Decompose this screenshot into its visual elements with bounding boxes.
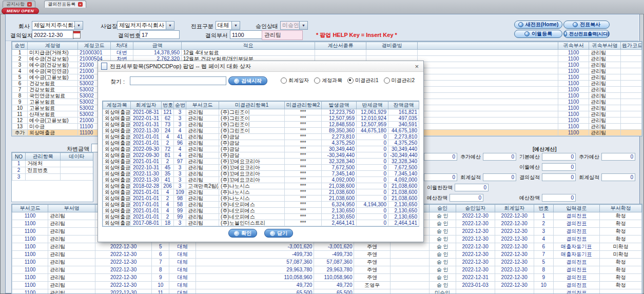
radio-open-item-1[interactable]: 미결관리1 [347,77,379,84]
table-row[interactable]: 외상매출금2021-01-31733관리팀(주)그린조이***12,848,55… [103,122,419,128]
budget-field-value[interactable]: 0 [601,153,635,161]
table-row[interactable]: 외상매출금2021-01-01297관리팀(주)꼬메요코리아***32,328,… [103,159,419,165]
column-header[interactable]: 잔액금액 [388,102,419,109]
column-header[interactable]: 부서코드 [186,102,219,109]
radio-account-subject[interactable]: 계정과목 [314,77,342,84]
budget-field-value[interactable]: 0 [450,194,483,202]
budget-field-value[interactable]: 0 [542,153,576,161]
table-row[interactable]: 외상매출금2022-10-31453관리팀(주)꼬메요코리아***7,672,5… [103,165,419,171]
new-voucher-button[interactable]: 새전표(Home) [514,21,562,29]
column-header[interactable]: 데이타 [61,153,93,161]
table-row[interactable]: 1100관리팀2022-12-305대체-3,001,620-3,001,620… [12,243,642,251]
confirm-button[interactable]: 확인 [228,229,257,238]
table-row[interactable]: 외상매출금2021-01-01299관리팀(주)네오피에스***2,130,65… [103,214,419,220]
table-row[interactable]: 1100관리팀2022-12-3010대체49,72049,720조영우승 인2… [12,282,642,289]
budget-field-value[interactable]: 0 [424,153,457,161]
column-header[interactable]: 순번 [174,102,186,109]
table-row[interactable]: 외상매출금2021-01-01441관리팀(주)금담***2,273,81002… [103,134,419,140]
budget-field-value[interactable]: 0 [483,173,516,181]
budget-field-value[interactable]: 0 [424,173,457,181]
company-select[interactable]: 제일저지주식회사 ▼ [32,21,83,30]
table-row[interactable]: 1100관리팀2022-12-307대체57,087,36057,087,360… [12,259,642,266]
site-select[interactable]: 제일저지주식회사 ▼ [117,21,174,30]
table-row[interactable]: 외상매출금2021-08-311213관리팀(주)그린조이***12,223,7… [103,109,419,115]
column-header[interactable] [418,42,558,50]
column-header[interactable]: 계산서종류 [315,42,366,50]
column-header[interactable]: NO [12,153,26,161]
budget-field-value[interactable]: 0 [601,173,635,181]
calendar-icon[interactable] [73,31,81,38]
budget-field-value[interactable]: 0 [542,173,576,181]
search-input[interactable] [130,76,226,85]
tab-notice[interactable]: 공지사항 × [3,1,35,8]
slip-type-select[interactable]: 대체 ▼ [216,21,240,30]
column-header[interactable]: 번호 [162,102,174,109]
column-header[interactable]: 발생금액 [322,102,357,109]
popup-title-bar[interactable]: 전표세부항목(SPNDCDPop) 팝업 -- 웹 페이지 대화 상자 × [98,61,423,72]
column-header[interactable]: 회계일자 [131,102,162,109]
column-header[interactable]: 금액 [133,42,182,50]
column-header[interactable]: 순번 [12,42,28,50]
column-header[interactable]: 번호 [534,205,553,212]
column-header[interactable]: 귀속부서명 [589,42,621,50]
table-row[interactable]: 외상매출금2022-09-30814관리팀(주)금담***-30,349,440… [103,152,419,159]
resolution-dept-code-input[interactable] [230,30,263,39]
table-row[interactable]: 외상매출금2022-11-30244관리팀(주)그린조이***89,350,36… [103,128,419,134]
table-row[interactable]: 외상매출금2017-08-01183관리팀(주)노블인더스트리***2,464,… [103,220,419,226]
radio-accounting-date[interactable]: 회계일자 [281,77,309,84]
table-row[interactable]: 외상매출금2021-01-014109관리팀(주)나노시스***21,038,6… [103,189,419,195]
radio-icon[interactable] [314,77,320,84]
copy-voucher-button[interactable]: 전표복사 [563,21,610,29]
column-header[interactable]: 회계일자 [495,205,534,212]
column-header[interactable]: 경비증빙 [366,42,418,50]
approval-status-select[interactable]: 미승인 ▼ [280,21,308,30]
radio-icon[interactable] [347,77,354,84]
print-voucher-button[interactable]: 전산전표출력(시다) [563,30,610,38]
budget-field-value[interactable]: 0 [542,163,576,171]
table-row[interactable]: 3 [12,174,93,181]
table-row[interactable]: 1100관리팀2022-12-309대체110,058,960110,058,9… [12,274,642,282]
close-icon[interactable]: × [27,2,32,7]
column-header[interactable]: 부서명 [48,205,95,212]
column-header[interactable]: 승인일자 [456,205,495,212]
close-icon[interactable]: × [413,63,420,70]
column-header[interactable]: 적요 [182,42,315,50]
table-row[interactable]: 외상매출금2022-11-30413관리팀(주)꼬메요코리아***4,092,0… [103,177,419,183]
column-header[interactable]: 부서확정 [599,205,641,212]
search-button[interactable]: 검색시작 [228,76,267,85]
column-header[interactable]: 계정명 [28,42,78,50]
table-row[interactable]: 1100관리팀2022-12-308대체29,963,78029,963,780… [12,266,642,274]
table-row[interactable]: 외상매출금2021-01-01296관리팀(주)금담***4,375,25004… [103,140,419,146]
column-header[interactable]: 관리항목 [26,153,61,161]
table-row[interactable]: 1100관리팀2022-12-3011대체65,50065,500미승인결의전표 [12,289,642,294]
column-header[interactable]: 미결관리항목1 [219,102,285,109]
column-header[interactable]: 계정과목 [103,102,131,109]
radio-icon[interactable] [281,77,287,84]
table-row[interactable]: 외상매출금2022-01-31623관리팀(주)그린조이***12,507,95… [103,115,419,122]
chevron-down-icon[interactable]: ▼ [166,22,174,29]
tab-voucher-registration[interactable]: 결의전표등록 × [44,1,86,8]
column-header[interactable]: 반제금액 [357,102,388,109]
resolution-date-input[interactable] [32,30,74,39]
chevron-down-icon[interactable]: ▼ [299,22,307,29]
budget-field-value[interactable]: 0 [542,194,576,202]
table-row[interactable]: 외상매출금2021-01-01298관리팀(주)나노시스***21,038,60… [103,195,419,202]
table-row[interactable]: 외상매출금2022-11-30353관리팀(주)꼬메요코리아***7,345,1… [103,171,419,177]
table-row[interactable]: 외상매출금2018-02-282063고객만족2팀(JJ(주)나노시스***21… [103,183,419,189]
table-row[interactable]: 1100관리팀2022-12-306대체-499,730-499,730주앤승 … [12,251,642,259]
table-row[interactable]: 외상매출금2017-01-01458관리팀(주)네오피에스***6,324,95… [103,202,419,208]
column-header[interactable]: 승인 [429,205,456,212]
close-icon[interactable]: × [78,2,83,7]
column-header[interactable]: 계정코드 [78,42,111,50]
radio-open-item-2[interactable]: 미결관리2 [384,77,415,84]
column-header[interactable]: 입력경로 [553,205,599,212]
carryover-register-button[interactable]: 이월등록 [514,30,562,38]
chevron-down-icon[interactable]: ▼ [74,22,83,29]
column-header[interactable]: 원가코드 [621,42,642,50]
radio-icon[interactable] [384,77,390,84]
table-row[interactable]: 외상매출금2022-09-30724관리팀(주)금담***30,349,4400… [103,146,419,152]
table-row[interactable]: 1미지급금(거래처)21000301대변14,378,95012월 4대보험료1… [12,50,642,56]
budget-field-value[interactable]: 0 [483,153,516,161]
table-row[interactable]: 2전표번호 [12,167,93,174]
column-header[interactable]: 차/대 [111,42,133,50]
